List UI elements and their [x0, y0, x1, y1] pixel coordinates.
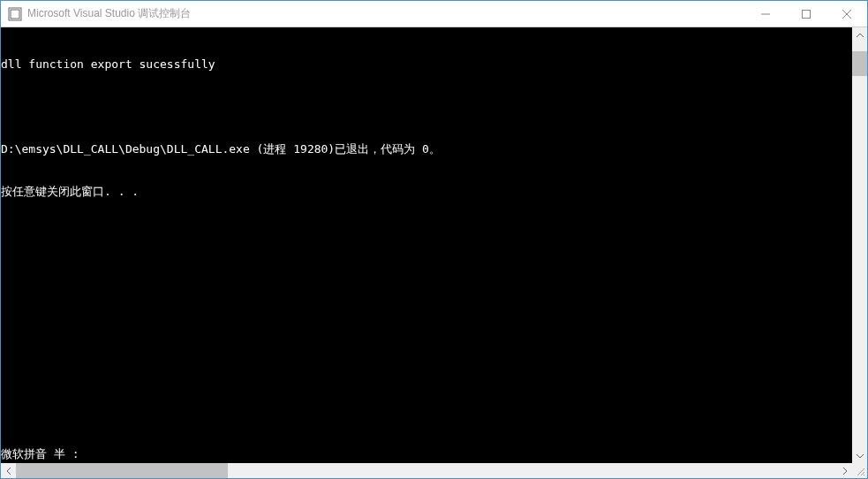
titlebar[interactable]: Microsoft Visual Studio 调试控制台 — [1, 1, 867, 27]
console-line: D:\emsys\DLL_CALL\Debug\DLL_CALL.exe (进程… — [1, 142, 852, 156]
horizontal-scrollbar[interactable] — [1, 463, 852, 478]
svg-rect-1 — [11, 10, 19, 19]
minimize-button[interactable] — [745, 1, 786, 27]
window-controls — [745, 1, 867, 27]
vertical-scroll-thumb[interactable] — [852, 51, 867, 76]
window-title: Microsoft Visual Studio 调试控制台 — [27, 6, 745, 21]
console-line — [1, 100, 852, 114]
vertical-scrollbar[interactable] — [852, 27, 867, 463]
svg-line-8 — [864, 475, 864, 475]
scroll-down-button[interactable] — [852, 448, 867, 463]
horizontal-scroll-track[interactable] — [16, 463, 837, 478]
console-viewport: dll function export sucessfully D:\emsys… — [1, 27, 867, 463]
scroll-up-button[interactable] — [852, 27, 867, 42]
close-button[interactable] — [826, 1, 867, 27]
content-area: dll function export sucessfully D:\emsys… — [1, 27, 867, 478]
svg-rect-3 — [803, 10, 811, 18]
console-output[interactable]: dll function export sucessfully D:\emsys… — [1, 27, 852, 463]
horizontal-scroll-thumb[interactable] — [16, 463, 228, 478]
scroll-left-button[interactable] — [1, 463, 16, 478]
maximize-button[interactable] — [786, 1, 826, 27]
console-line: 按任意键关闭此窗口. . . — [1, 185, 852, 199]
console-line: dll function export sucessfully — [1, 57, 852, 72]
ime-status-line: 微软拼音 半 : — [1, 447, 852, 461]
horizontal-scrollbar-row — [1, 463, 867, 478]
scroll-right-button[interactable] — [837, 463, 852, 478]
vertical-scroll-track[interactable] — [852, 42, 867, 448]
app-icon — [8, 7, 22, 21]
svg-line-6 — [857, 468, 864, 475]
console-spacer — [1, 227, 852, 447]
console-lines: dll function export sucessfully D:\emsys… — [1, 29, 852, 227]
resize-grip[interactable] — [852, 463, 867, 478]
app-window: Microsoft Visual Studio 调试控制台 dll functi… — [0, 0, 868, 479]
